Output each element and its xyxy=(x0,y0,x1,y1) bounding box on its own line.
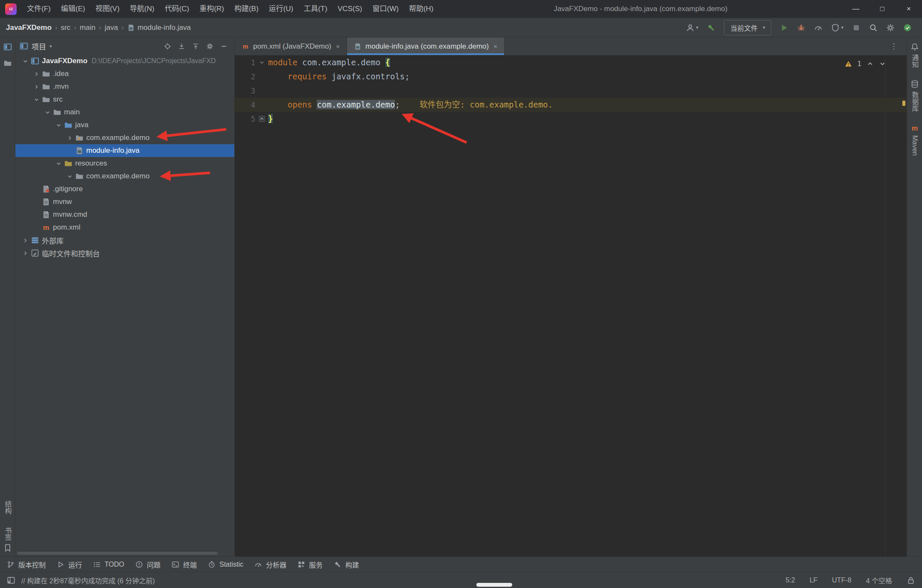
menu-item[interactable]: 帮助(H) xyxy=(404,0,439,18)
breadcrumb-item[interactable]: java xyxy=(105,23,118,32)
tool-window-button[interactable]: 服务 xyxy=(298,559,323,570)
project-panel-title[interactable]: 项目 xyxy=(32,41,46,52)
plugin-icon[interactable] xyxy=(899,23,916,32)
panel-action-locate-icon[interactable] xyxy=(164,43,171,50)
tree-item[interactable]: .idea xyxy=(15,67,234,80)
tree-item[interactable]: java xyxy=(15,119,234,131)
tree-item[interactable]: 临时文件和控制台 xyxy=(15,247,234,259)
breadcrumb-item[interactable]: main xyxy=(80,23,96,32)
tree-item[interactable]: mvnw.cmd xyxy=(15,208,234,221)
tree-item[interactable]: com.example.demo xyxy=(15,131,234,144)
tool-window-button[interactable]: 版本控制 xyxy=(7,559,46,570)
next-problem-icon[interactable] xyxy=(879,60,886,67)
fold-marker-icon[interactable] xyxy=(255,116,268,122)
settings-icon[interactable] xyxy=(882,23,899,32)
tree-item[interactable]: mpom.xml xyxy=(15,221,234,234)
tree-item[interactable]: mvnw xyxy=(15,195,234,208)
chevron-right-icon[interactable] xyxy=(20,250,30,256)
tool-window-stub[interactable]: 通知 xyxy=(910,43,920,68)
tool-window-stub[interactable]: 结构 xyxy=(3,501,13,514)
breadcrumb-item[interactable]: module-info.java xyxy=(127,23,191,32)
menu-item[interactable]: 窗口(W) xyxy=(368,0,404,18)
status-message[interactable]: // 构建在 2秒87毫秒内成功完成 (6 分钟之前) xyxy=(21,575,155,585)
menu-item[interactable]: VCS(S) xyxy=(333,0,368,18)
run-icon[interactable] xyxy=(776,23,793,32)
tool-window-button[interactable]: 分析器 xyxy=(254,559,286,570)
editor-tab[interactable]: module-info.java (com.example.demo)× xyxy=(347,38,505,55)
hammer-green-icon[interactable] xyxy=(703,23,720,32)
tree-item[interactable]: src xyxy=(15,93,234,106)
fold-marker-icon[interactable] xyxy=(255,59,268,66)
tree-item[interactable]: .mvn xyxy=(15,80,234,93)
chevron-right-icon[interactable] xyxy=(32,71,41,77)
chevron-down-icon[interactable] xyxy=(54,122,63,128)
debug-icon[interactable] xyxy=(793,23,810,32)
tree-item[interactable]: module-info.java xyxy=(15,144,234,157)
inspections-widget[interactable]: 1 xyxy=(845,60,886,68)
line-separator[interactable]: LF xyxy=(810,576,818,584)
breadcrumb-item[interactable]: src xyxy=(61,23,70,32)
stop-icon[interactable] xyxy=(848,23,865,32)
maximize-button[interactable]: □ xyxy=(869,0,896,18)
horizontal-scrollbar[interactable] xyxy=(17,552,218,555)
tab-options-icon[interactable]: … xyxy=(885,42,907,51)
tree-item[interactable]: 外部库 xyxy=(15,234,234,247)
code-line[interactable]: 2 requires javafx.controls; xyxy=(235,70,907,84)
code-line[interactable]: 3 xyxy=(235,84,907,98)
tree-item[interactable]: main xyxy=(15,106,234,119)
menu-item[interactable]: 编辑(E) xyxy=(56,0,90,18)
tool-window-button[interactable]: TODO xyxy=(93,561,124,568)
chevron-down-icon[interactable] xyxy=(54,160,63,167)
prev-problem-icon[interactable] xyxy=(867,60,874,67)
menu-item[interactable]: 视图(V) xyxy=(90,0,125,18)
profiler-icon[interactable] xyxy=(810,23,827,32)
caret-position[interactable]: 5:2 xyxy=(785,576,795,584)
project-view-dropdown-icon[interactable]: ▾ xyxy=(50,44,52,49)
code-line[interactable]: 5} xyxy=(235,112,907,126)
chevron-right-icon[interactable] xyxy=(32,84,41,90)
layout-icon[interactable] xyxy=(7,576,15,585)
tool-window-stub[interactable]: 数据库 xyxy=(910,80,920,112)
search-icon[interactable] xyxy=(865,23,882,32)
chevron-down-icon[interactable] xyxy=(65,173,74,180)
tool-window-stub[interactable]: 书签 xyxy=(3,527,13,552)
tab-close-icon[interactable]: × xyxy=(493,43,497,50)
tab-close-icon[interactable]: × xyxy=(336,43,340,50)
tree-item[interactable]: JavaFXDemoD:\IDEAProjects\JCNCProjects\J… xyxy=(15,55,234,67)
panel-action-scroll-up-icon[interactable] xyxy=(192,43,199,50)
lock-icon[interactable] xyxy=(907,576,915,585)
tool-window-button[interactable]: 构建 xyxy=(334,559,359,570)
coverage-icon[interactable]: ▾ xyxy=(827,23,848,32)
tool-window-stub[interactable]: mMaven xyxy=(910,124,919,156)
menu-item[interactable]: 重构(R) xyxy=(194,0,229,18)
menu-item[interactable]: 构建(B) xyxy=(229,0,264,18)
menu-item[interactable]: 运行(U) xyxy=(264,0,299,18)
code-area[interactable]: 1 1module com.example.demo {2 requires j… xyxy=(235,55,907,556)
code-line[interactable]: 4 opens com.example.demo; 软件包为空: com.exa… xyxy=(235,98,907,112)
chevron-down-icon[interactable] xyxy=(32,96,41,103)
editor-tab[interactable]: mpom.xml (JavaFXDemo)× xyxy=(235,38,347,55)
minimize-button[interactable]: — xyxy=(843,0,869,18)
breadcrumb-item[interactable]: JavaFXDemo xyxy=(6,23,52,32)
tool-window-button[interactable]: 问题 xyxy=(135,559,160,570)
indent-style[interactable]: 4 个空格 xyxy=(866,575,892,585)
chevron-right-icon[interactable] xyxy=(65,135,74,141)
tree-item[interactable]: resources xyxy=(15,157,234,170)
warning-stripe-mark[interactable] xyxy=(902,101,905,106)
menu-item[interactable]: 代码(C) xyxy=(160,0,195,18)
menu-item[interactable]: 文件(F) xyxy=(22,0,56,18)
tool-window-button[interactable]: Statistic xyxy=(208,561,243,568)
tool-window-button[interactable]: 运行 xyxy=(57,559,82,570)
chevron-down-icon[interactable] xyxy=(20,58,30,64)
run-config-selector[interactable]: 当前文件▾ xyxy=(724,20,772,35)
tool-window-button[interactable]: 终端 xyxy=(172,559,197,570)
close-button[interactable]: × xyxy=(896,0,922,18)
tree-item[interactable]: com.example.demo xyxy=(15,170,234,183)
panel-action-scroll-down-icon[interactable] xyxy=(178,43,185,50)
file-encoding[interactable]: UTF-8 xyxy=(832,576,851,584)
chevron-right-icon[interactable] xyxy=(20,237,30,244)
panel-action-settings-icon[interactable] xyxy=(206,43,213,50)
tree-item[interactable]: .gitignore xyxy=(15,183,234,195)
menu-item[interactable]: 工具(T) xyxy=(298,0,333,18)
chevron-down-icon[interactable] xyxy=(43,109,52,116)
